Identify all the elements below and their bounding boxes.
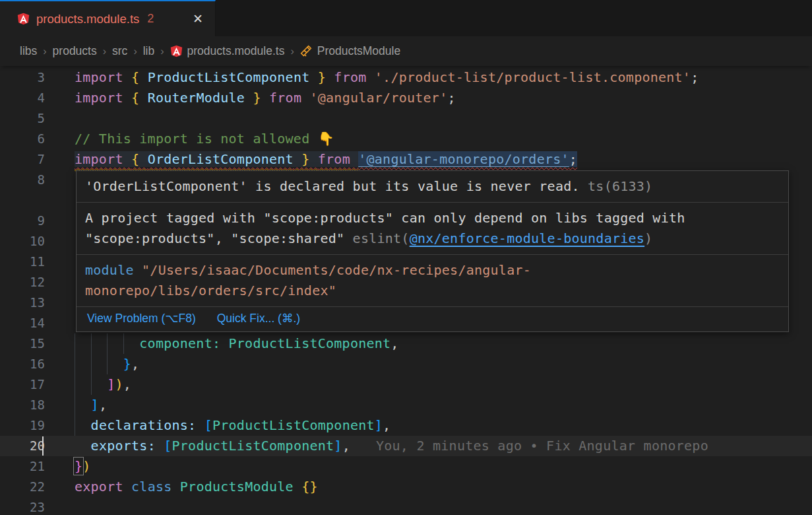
tab-title: products.module.ts	[36, 12, 139, 26]
indent-guide	[75, 374, 75, 395]
code-token: ProductListComponent	[148, 69, 310, 85]
code-line-content[interactable]: component: ProductListComponent,	[45, 333, 812, 354]
line-number[interactable]: 11	[0, 252, 45, 272]
line-number[interactable]: 18	[0, 395, 45, 415]
indent-guide	[75, 354, 75, 374]
code-line-7[interactable]: 7import { OrderListComponent } from '@an…	[0, 149, 812, 170]
code-token: export	[75, 479, 131, 495]
code-token: "scope:products", "scope:shared"	[85, 230, 353, 246]
line-number[interactable]: 22	[0, 477, 45, 497]
hover-message-line: 'OrderListComponent' is declared but its…	[85, 176, 780, 197]
code-token: declarations:	[91, 417, 204, 433]
indent-guide	[107, 333, 108, 354]
code-line-18[interactable]: 18 ],	[0, 395, 812, 415]
code-line-6[interactable]: 6// This import is not allowed 👇	[0, 129, 812, 149]
code-line-4[interactable]: 4import { RouterModule } from '@angular/…	[0, 88, 812, 108]
eslint-rule-link[interactable]: @nx/enforce-module-boundaries	[410, 230, 644, 246]
code-token: [	[204, 417, 212, 433]
code-token: ,	[123, 376, 131, 392]
diagnostic-squiggle-segment: import { OrderListComponent } from	[75, 151, 358, 167]
code-token: ProductsModule	[180, 479, 301, 495]
line-number[interactable]: 10	[0, 231, 45, 252]
quick-fix-button[interactable]: Quick Fix... (⌘.)	[217, 312, 300, 326]
line-number[interactable]: 6	[0, 129, 45, 149]
line-number[interactable]: 4	[0, 88, 45, 108]
line-number[interactable]: 20	[0, 436, 45, 456]
code-line-content[interactable]	[45, 497, 812, 515]
code-token: import	[75, 69, 131, 85]
tab-bar: products.module.ts 2 ✕	[0, 0, 812, 36]
breadcrumb-item-products[interactable]: products	[53, 44, 97, 58]
breadcrumb-label: src	[112, 44, 127, 58]
code-line-content[interactable]: export class ProductsModule {}	[45, 477, 812, 497]
hover-action-bar: View Problem (⌥F8)Quick Fix... (⌘.)	[77, 306, 788, 331]
code-line-22[interactable]: 22export class ProductsModule {}	[0, 477, 812, 497]
line-number[interactable]: 21	[0, 456, 45, 477]
code-line-content[interactable]: // This import is not allowed 👇	[45, 129, 812, 149]
line-number[interactable]: 9	[0, 211, 45, 231]
code-line-content[interactable]: declarations: [ProductListComponent],	[45, 415, 812, 436]
diagnostic-squiggle-segment: '@angular-monorepo/orders';	[358, 151, 577, 167]
code-line-content[interactable]	[45, 108, 812, 129]
code-token: A project tagged with "scope:products" c…	[85, 210, 685, 226]
code-line-23[interactable]: 23	[0, 497, 812, 515]
code-token: '@angular-monorepo/orders'	[358, 151, 569, 167]
line-number[interactable]: 23	[0, 497, 45, 515]
indent-guide	[75, 395, 75, 415]
code-line-16[interactable]: 16 },	[0, 354, 812, 374]
breadcrumb-label: products.module.ts	[187, 44, 285, 58]
line-number[interactable]: 16	[0, 354, 45, 374]
code-line-content[interactable]: import { RouterModule } from '@angular/r…	[45, 88, 812, 108]
code-line-content[interactable]: },	[45, 354, 812, 374]
line-number[interactable]: 8	[0, 170, 45, 211]
code-line-20[interactable]: 20 exports: [ProductListComponent],You, …	[0, 436, 812, 456]
code-line-content[interactable]: ]),	[45, 374, 812, 395]
code-line-content[interactable]: import { ProductListComponent } from './…	[45, 67, 812, 88]
code-line-content[interactable]: })	[45, 456, 812, 477]
line-number[interactable]: 7	[0, 149, 45, 170]
code-token: exports:	[91, 438, 164, 454]
tab-products-module[interactable]: products.module.ts 2 ✕	[0, 0, 216, 36]
code-token: }	[245, 90, 269, 106]
line-number[interactable]: 5	[0, 108, 45, 129]
code-token: RouterModule	[148, 90, 245, 106]
breadcrumb-item-src[interactable]: src	[112, 44, 127, 58]
code-line-3[interactable]: 3import { ProductListComponent } from '.…	[0, 67, 812, 88]
line-number[interactable]: 15	[0, 333, 45, 354]
hover-message-line: monorepo/libs/orders/src/index"	[85, 281, 780, 301]
code-token: ProductListComponent	[229, 335, 391, 351]
breadcrumb-item-libs[interactable]: libs	[20, 44, 37, 58]
code-line-15[interactable]: 15 component: ProductListComponent,	[0, 333, 812, 354]
code-line-21[interactable]: 21})	[0, 456, 812, 477]
code-token: ]	[107, 376, 115, 392]
close-icon[interactable]: ✕	[190, 11, 206, 27]
vscode-window: products.module.ts 2 ✕ libs›products›src…	[0, 0, 812, 515]
breadcrumb-item-products-module-ts[interactable]: products.module.ts	[170, 44, 285, 58]
breadcrumb-separator-icon: ›	[290, 46, 294, 57]
code-line-content[interactable]: ],	[45, 395, 812, 415]
code-token: {}	[301, 479, 318, 495]
code-line-17[interactable]: 17 ]),	[0, 374, 812, 395]
code-line-content[interactable]: exports: [ProductListComponent],You, 2 m…	[45, 436, 812, 456]
view-problem-button[interactable]: View Problem (⌥F8)	[87, 312, 196, 326]
line-number[interactable]: 3	[0, 67, 45, 88]
code-token: }	[309, 69, 334, 85]
breadcrumb-item-lib[interactable]: lib	[143, 44, 155, 58]
code-line-19[interactable]: 19 declarations: [ProductListComponent],	[0, 415, 812, 436]
line-number[interactable]: 19	[0, 415, 45, 436]
breadcrumb-label: lib	[143, 44, 155, 58]
code-token: {	[131, 90, 148, 106]
hover-message-section: module "/Users/isaac/Documents/code/nx-r…	[77, 254, 788, 306]
code-line-5[interactable]: 5	[0, 108, 812, 129]
breadcrumb-label: ProductsModule	[317, 44, 400, 58]
line-number[interactable]: 13	[0, 292, 45, 313]
text-cursor	[42, 436, 44, 456]
line-number[interactable]: 17	[0, 374, 45, 395]
code-token: from	[269, 90, 309, 106]
line-number[interactable]: 14	[0, 313, 45, 333]
code-token: 👇	[318, 131, 334, 147]
breadcrumb-item-productsmodule[interactable]: ProductsModule	[300, 44, 400, 58]
code-token	[75, 417, 91, 433]
line-number[interactable]: 12	[0, 272, 45, 292]
code-line-content[interactable]: import { OrderListComponent } from '@ang…	[45, 149, 812, 170]
